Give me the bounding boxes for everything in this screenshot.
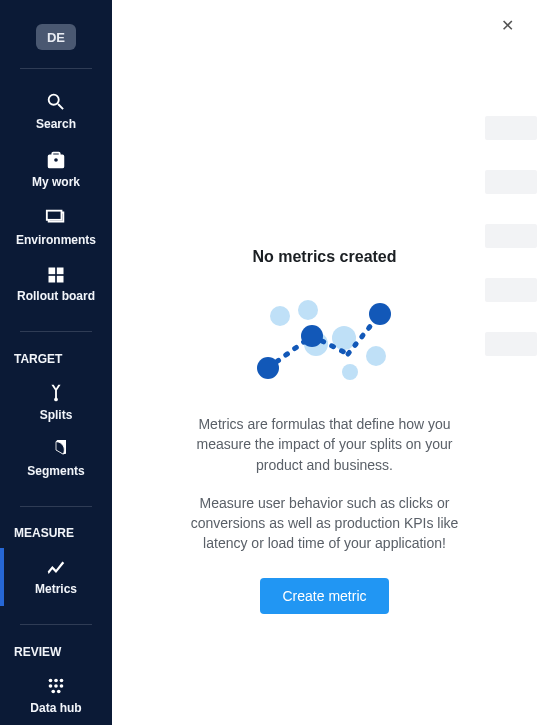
section-title-target: TARGET <box>0 352 62 366</box>
pie-icon <box>46 440 66 460</box>
metrics-illustration <box>250 294 400 390</box>
close-icon: ✕ <box>501 18 514 34</box>
divider <box>20 506 92 507</box>
svg-point-14 <box>270 306 290 326</box>
sidebar-item-label: My work <box>32 175 80 189</box>
sidebar-item-rollout[interactable]: Rollout board <box>0 257 112 313</box>
background-skeleton <box>485 116 537 356</box>
sidebar-item-label: Data hub <box>30 701 81 715</box>
svg-point-10 <box>54 684 58 688</box>
section-title-measure: MEASURE <box>0 526 74 540</box>
svg-point-5 <box>54 397 58 401</box>
sidebar-item-environments[interactable]: Environments <box>0 199 112 257</box>
sidebar-item-label: Rollout board <box>17 289 95 303</box>
svg-rect-4 <box>57 276 64 283</box>
layers-icon <box>45 207 67 229</box>
empty-description-1: Metrics are formulas that define how you… <box>175 414 475 475</box>
section-title-review: REVIEW <box>0 645 61 659</box>
split-icon <box>45 382 67 404</box>
sidebar-item-mywork[interactable]: My work <box>0 141 112 199</box>
sidebar-item-label: Environments <box>16 233 96 247</box>
svg-point-7 <box>54 679 58 683</box>
svg-rect-1 <box>49 268 56 275</box>
empty-state: No metrics created Metrics are formulas … <box>142 248 507 614</box>
svg-point-9 <box>49 684 53 688</box>
board-icon <box>46 265 66 285</box>
sidebar-item-splits[interactable]: Splits <box>0 374 112 432</box>
svg-point-25 <box>369 303 391 325</box>
sidebar-item-label: Segments <box>27 464 84 478</box>
svg-rect-2 <box>57 268 64 275</box>
svg-point-8 <box>60 679 64 683</box>
svg-point-15 <box>298 300 318 320</box>
search-icon <box>45 91 67 113</box>
svg-point-19 <box>342 364 358 380</box>
create-metric-button[interactable]: Create metric <box>260 578 388 614</box>
divider <box>20 331 92 332</box>
main-panel: ✕ No metrics created Metrics are formul <box>112 0 537 725</box>
svg-point-18 <box>366 346 386 366</box>
svg-point-24 <box>301 325 323 347</box>
sidebar-item-label: Metrics <box>35 582 77 596</box>
close-button[interactable]: ✕ <box>495 14 519 38</box>
divider <box>20 68 92 69</box>
sidebar: DE Search My work Environments Rollout b… <box>0 0 112 725</box>
sidebar-item-search[interactable]: Search <box>0 83 112 141</box>
divider <box>20 624 92 625</box>
sidebar-item-segments[interactable]: Segments <box>0 432 112 488</box>
briefcase-icon <box>45 149 67 171</box>
data-hub-icon <box>45 675 67 697</box>
svg-rect-0 <box>47 211 62 220</box>
svg-point-6 <box>49 679 53 683</box>
empty-description-2: Measure user behavior such as clicks or … <box>175 493 475 554</box>
empty-title: No metrics created <box>252 248 396 266</box>
workspace-avatar[interactable]: DE <box>36 24 76 50</box>
svg-point-13 <box>57 690 61 694</box>
sidebar-item-label: Search <box>36 117 76 131</box>
chart-line-icon <box>45 556 67 578</box>
svg-rect-3 <box>49 276 56 283</box>
svg-point-23 <box>257 357 279 379</box>
sidebar-item-datahub[interactable]: Data hub <box>0 667 112 725</box>
sidebar-item-metrics[interactable]: Metrics <box>0 548 112 606</box>
avatar-initials: DE <box>47 30 65 45</box>
sidebar-item-label: Splits <box>40 408 73 422</box>
svg-point-11 <box>60 684 64 688</box>
svg-point-12 <box>51 690 55 694</box>
